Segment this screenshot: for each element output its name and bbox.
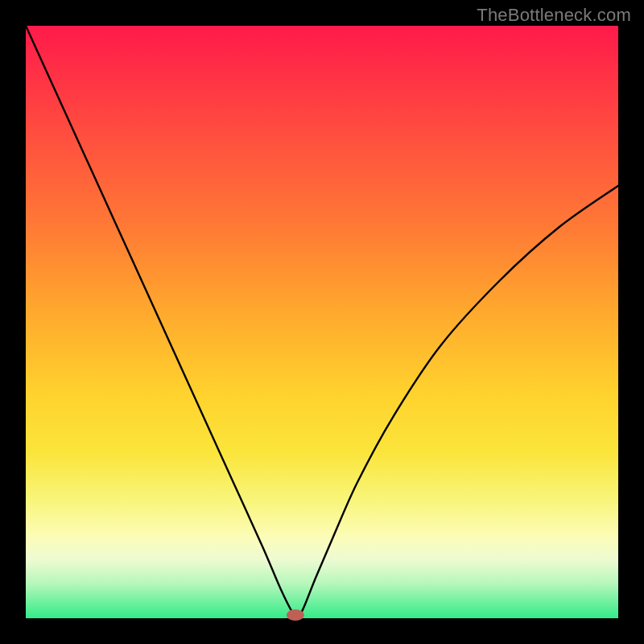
chart-frame: TheBottleneck.com — [0, 0, 644, 644]
chart-overlay — [26, 26, 618, 618]
curve-left-branch — [26, 26, 299, 618]
minimum-marker — [287, 609, 304, 621]
watermark-text: TheBottleneck.com — [477, 5, 631, 26]
curve-right-branch — [299, 186, 618, 618]
